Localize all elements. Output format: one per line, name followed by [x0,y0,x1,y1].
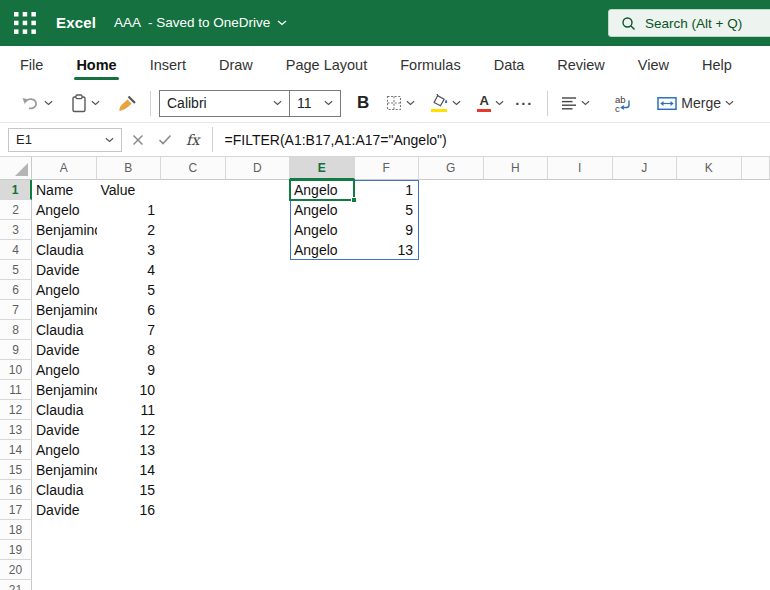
menu-tab-insert[interactable]: Insert [150,46,186,84]
row-header-12[interactable]: 12 [0,400,32,420]
column-header-B[interactable]: B [97,157,162,180]
cell-F3[interactable]: 9 [355,220,420,240]
cell-A14[interactable]: Angelo [32,440,97,460]
row-header-11[interactable]: 11 [0,380,32,400]
cell-A4[interactable]: Claudia [32,240,97,260]
row-header-2[interactable]: 2 [0,200,32,220]
app-launcher-waffle-icon[interactable] [13,11,37,35]
menu-tab-view[interactable]: View [638,46,669,84]
cell-B12[interactable]: 11 [97,400,162,420]
cell-B17[interactable]: 16 [97,500,162,520]
row-header-17[interactable]: 17 [0,500,32,520]
merge-button[interactable]: Merge [652,91,739,115]
row-header-3[interactable]: 3 [0,220,32,240]
cell-B8[interactable]: 7 [97,320,162,340]
cell-A6[interactable]: Angelo [32,280,97,300]
alignment-button[interactable] [556,92,595,115]
borders-button[interactable] [381,91,420,115]
cell-E4[interactable]: Angelo [290,240,355,260]
cell-A10[interactable]: Angelo [32,360,97,380]
row-header-18[interactable]: 18 [0,520,32,540]
cell-B2[interactable]: 1 [97,200,162,220]
font-color-button[interactable]: A [472,90,509,116]
font-size-select[interactable]: 11 [289,90,341,117]
cell-B14[interactable]: 13 [97,440,162,460]
row-header-9[interactable]: 9 [0,340,32,360]
cell-B11[interactable]: 10 [97,380,162,400]
menu-tab-data[interactable]: Data [494,46,525,84]
cell-B5[interactable]: 4 [97,260,162,280]
cell-A3[interactable]: Benjamino [32,220,97,240]
row-header-19[interactable]: 19 [0,540,32,560]
cell-F2[interactable]: 5 [355,200,420,220]
row-header-6[interactable]: 6 [0,280,32,300]
name-box[interactable]: E1 [8,128,122,152]
column-header-K[interactable]: K [677,157,742,180]
column-header-D[interactable]: D [226,157,291,180]
menu-tab-formulas[interactable]: Formulas [400,46,460,84]
cell-B6[interactable]: 5 [97,280,162,300]
cell-A17[interactable]: Davide [32,500,97,520]
bold-button[interactable]: B [349,93,377,113]
search-input[interactable]: Search (Alt + Q) [608,9,770,37]
cell-B7[interactable]: 6 [97,300,162,320]
cell-A7[interactable]: Benjamino [32,300,97,320]
paste-button[interactable] [66,90,105,117]
fill-color-button[interactable] [424,90,466,116]
row-header-4[interactable]: 4 [0,240,32,260]
menu-tab-page-layout[interactable]: Page Layout [286,46,367,84]
column-header-E[interactable]: E [290,157,355,180]
row-header-21[interactable]: 21 [0,580,32,590]
cell-F4[interactable]: 13 [355,240,420,260]
cell-A16[interactable]: Claudia [32,480,97,500]
cell-B1[interactable]: Value [97,180,162,200]
wrap-text-button[interactable]: ab c [609,91,638,116]
cell-B4[interactable]: 3 [97,240,162,260]
column-header-partial[interactable] [742,157,770,180]
column-header-G[interactable]: G [419,157,484,180]
cell-A2[interactable]: Angelo [32,200,97,220]
column-header-F[interactable]: F [355,157,420,180]
cell-A11[interactable]: Benjamino [32,380,97,400]
column-header-A[interactable]: A [32,157,97,180]
menu-tab-help[interactable]: Help [702,46,732,84]
cell-A8[interactable]: Claudia [32,320,97,340]
row-header-10[interactable]: 10 [0,360,32,380]
document-title[interactable]: AAA - Saved to OneDrive [114,15,287,30]
column-header-J[interactable]: J [613,157,678,180]
cell-E1[interactable]: Angelo [290,180,355,200]
cell-A12[interactable]: Claudia [32,400,97,420]
font-name-select[interactable]: Calibri [159,90,290,117]
column-header-H[interactable]: H [484,157,549,180]
column-header-I[interactable]: I [548,157,613,180]
cell-B3[interactable]: 2 [97,220,162,240]
menu-tab-file[interactable]: File [20,46,43,84]
menu-tab-review[interactable]: Review [557,46,605,84]
menu-tab-draw[interactable]: Draw [219,46,253,84]
more-font-options-button[interactable]: ··· [509,95,539,112]
row-header-7[interactable]: 7 [0,300,32,320]
cell-B15[interactable]: 14 [97,460,162,480]
row-header-20[interactable]: 20 [0,560,32,580]
menu-tab-home[interactable]: Home [76,46,116,84]
row-header-15[interactable]: 15 [0,460,32,480]
row-header-16[interactable]: 16 [0,480,32,500]
select-all-corner[interactable] [0,157,32,180]
row-header-14[interactable]: 14 [0,440,32,460]
row-header-1[interactable]: 1 [0,180,32,200]
cell-B16[interactable]: 15 [97,480,162,500]
row-header-8[interactable]: 8 [0,320,32,340]
format-painter-button[interactable] [111,90,142,116]
cell-A15[interactable]: Benjamino [32,460,97,480]
row-header-13[interactable]: 13 [0,420,32,440]
cell-B10[interactable]: 9 [97,360,162,380]
cell-F1[interactable]: 1 [355,180,420,200]
undo-button[interactable] [16,92,58,115]
cell-B13[interactable]: 12 [97,420,162,440]
cancel-entry-icon[interactable] [132,134,144,146]
cell-E3[interactable]: Angelo [290,220,355,240]
cell-A1[interactable]: Name [32,180,97,200]
cell-A13[interactable]: Davide [32,420,97,440]
formula-input[interactable]: =FILTER(A1:B17,A1:A17="Angelo") [215,132,447,148]
cell-B9[interactable]: 8 [97,340,162,360]
